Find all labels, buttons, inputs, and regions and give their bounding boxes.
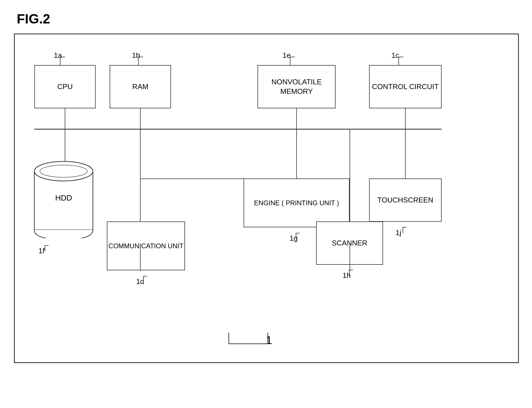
- label-line-1b-h: [138, 57, 143, 57]
- label-line-1c-h: [398, 57, 403, 57]
- engine-down-line: [296, 130, 297, 178]
- touchscreen-box: TOUCHSCREEN: [369, 178, 442, 222]
- label-line-1j-v: [403, 227, 403, 233]
- comm-down-line: [140, 130, 141, 222]
- label-1e: 1e: [283, 51, 291, 60]
- hdd-cylinder: HDD: [32, 157, 96, 239]
- label-line-1j-h: [403, 227, 406, 228]
- system-bracket: [226, 330, 310, 352]
- cpu-box: CPU: [34, 65, 96, 108]
- hdd-label: HDD: [32, 194, 96, 202]
- figure-title: FIG.2: [17, 11, 50, 27]
- label-line-1c: [398, 57, 399, 65]
- label-line-1d-v: [143, 276, 144, 282]
- label-line-1g-h: [296, 233, 300, 233]
- label-1c: 1c: [391, 51, 399, 60]
- label-line-1e-h: [290, 57, 295, 57]
- label-line-1a: [60, 57, 61, 65]
- main-system-box: CPU RAM NONVOLATILE MEMORY CONTROL CIRCU…: [14, 34, 519, 363]
- control-circuit-box: CONTROL CIRCUIT: [369, 65, 442, 108]
- ram-box: RAM: [110, 65, 171, 108]
- nonvolatile-box: NONVOLATILE MEMORY: [257, 65, 336, 108]
- ram-down-line: [140, 108, 141, 129]
- label-line-1a-h: [60, 57, 65, 57]
- cpu-down-line: [65, 108, 65, 129]
- scanner-down-line: [350, 130, 350, 222]
- label-1b: 1b: [132, 51, 140, 60]
- label-line-1f-h: [45, 245, 49, 246]
- label-line-1f-v: [45, 245, 45, 251]
- label-1g: 1g: [290, 234, 298, 243]
- label-1j: 1j: [396, 228, 401, 237]
- main-bus-line: [34, 129, 442, 130]
- communication-box: COMMUNICATION UNIT: [107, 221, 185, 270]
- label-line-1b: [138, 57, 139, 65]
- label-line-1d-h: [143, 276, 147, 276]
- label-line-1e: [290, 57, 290, 65]
- comm-down-ext: [140, 246, 141, 271]
- scanner-down-ext: [350, 243, 350, 271]
- label-line-1g-v: [296, 233, 296, 238]
- touchscreen-down-line: [405, 130, 406, 178]
- control-circuit-down-line: [405, 108, 406, 129]
- nonvolatile-down-line: [296, 108, 297, 129]
- engine-box: ENGINE ( PRINTING UNIT ): [244, 178, 350, 227]
- label-1a: 1a: [54, 51, 62, 60]
- svg-point-1: [34, 161, 93, 181]
- label-1f: 1f: [38, 247, 45, 255]
